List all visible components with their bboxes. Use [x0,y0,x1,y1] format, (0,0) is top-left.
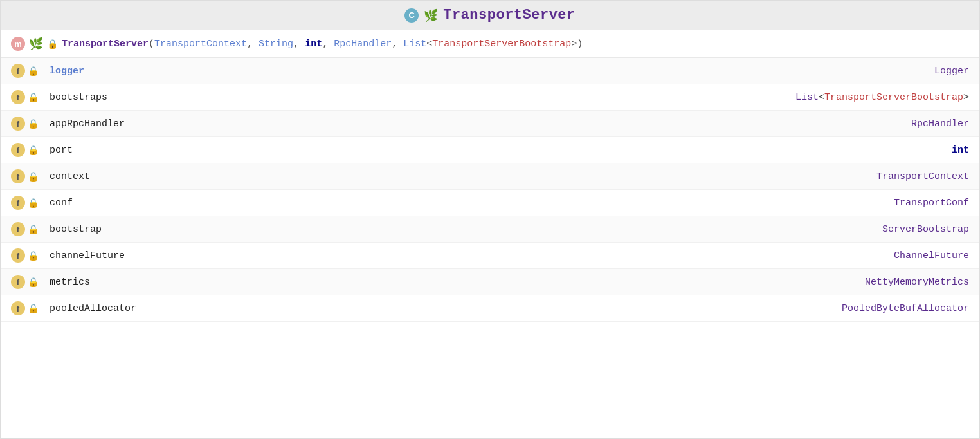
field-name-channelFuture: channelFuture [50,250,776,261]
lock-icon: 🔒 [28,92,39,103]
lock-icon: 🔒 [28,145,39,156]
constructor-row[interactable]: m 🌿 🔒 TransportServer(TransportContext, … [1,30,979,58]
field-icon-group: f 🔒 [11,222,50,236]
field-icon-group: f 🔒 [11,117,50,131]
field-type-channelFuture: ChannelFuture [776,250,969,261]
field-type-logger: Logger [776,66,969,77]
field-row-logger[interactable]: f 🔒 logger Logger [1,58,979,84]
lock-icon: 🔒 [28,198,39,209]
field-row-channelFuture[interactable]: f 🔒 channelFuture ChannelFuture [1,243,979,269]
field-type-pooledAllocator: PooledByteBufAllocator [776,303,969,314]
field-row-context[interactable]: f 🔒 context TransportContext [1,163,979,190]
field-icon-group: f 🔒 [11,169,50,183]
field-icon-group: f 🔒 [11,90,50,104]
field-badge: f [11,117,25,131]
field-name-metrics: metrics [50,277,776,288]
field-badge: f [11,222,25,236]
field-type-bootstraps: List<TransportServerBootstrap> [776,92,969,103]
field-badge: f [11,248,25,263]
field-name-conf: conf [50,198,776,209]
field-type-metrics: NettyMemoryMetrics [776,277,969,288]
field-row-metrics[interactable]: f 🔒 metrics NettyMemoryMetrics [1,269,979,295]
main-window: C 🌿 TransportServer m 🌿 🔒 TransportServe… [0,0,980,439]
field-row-appRpcHandler[interactable]: f 🔒 appRpcHandler RpcHandler [1,111,979,137]
field-name-appRpcHandler: appRpcHandler [50,118,776,129]
field-badge: f [11,169,25,183]
lock-icon: 🔒 [28,277,39,288]
field-badge: f [11,196,25,210]
field-badge: f [11,90,25,104]
field-icon-group: f 🔒 [11,196,50,210]
lock-icon: 🔒 [28,224,39,235]
field-icon-group: f 🔒 [11,143,50,157]
field-row-conf[interactable]: f 🔒 conf TransportConf [1,190,979,216]
constructor-text: TransportServer(TransportContext, String… [62,39,583,50]
field-type-context: TransportContext [776,171,969,182]
class-badge: C [404,8,419,23]
field-type-bootstrap: ServerBootstrap [776,224,969,235]
lock-icon: 🔒 [47,39,58,50]
field-type-appRpcHandler: RpcHandler [776,118,969,129]
field-icon-group: f 🔒 [11,248,50,263]
field-name-port: port [50,145,776,156]
method-badge: m [11,37,25,51]
lock-icon: 🔒 [28,171,39,182]
field-row-port[interactable]: f 🔒 port int [1,137,979,163]
field-name-context: context [50,171,776,182]
field-row-bootstrap[interactable]: f 🔒 bootstrap ServerBootstrap [1,216,979,243]
field-name-bootstraps: bootstraps [50,92,776,103]
lock-icon: 🔒 [28,303,39,314]
lock-icon: 🔒 [28,118,39,129]
lock-icon: 🔒 [28,250,39,261]
field-row-bootstraps[interactable]: f 🔒 bootstraps List<TransportServerBoots… [1,84,979,111]
green-leaf-icon: 🌿 [424,8,438,23]
field-badge: f [11,301,25,315]
field-name-pooledAllocator: pooledAllocator [50,303,776,314]
field-icon-group: f 🔒 [11,64,50,78]
field-name-logger: logger [50,66,776,77]
field-type-conf: TransportConf [776,198,969,209]
field-name-bootstrap: bootstrap [50,224,776,235]
class-title: TransportServer [443,7,576,23]
field-badge: f [11,275,25,289]
field-badge: f [11,64,25,78]
field-badge: f [11,143,25,157]
green-leaf-icon-ctor: 🌿 [29,37,43,51]
field-icon-group: f 🔒 [11,301,50,315]
field-type-port: int [776,145,969,156]
header-row: C 🌿 TransportServer [1,1,979,30]
field-icon-group: f 🔒 [11,275,50,289]
lock-icon: 🔒 [28,66,39,77]
field-row-pooledAllocator[interactable]: f 🔒 pooledAllocator PooledByteBufAllocat… [1,295,979,322]
